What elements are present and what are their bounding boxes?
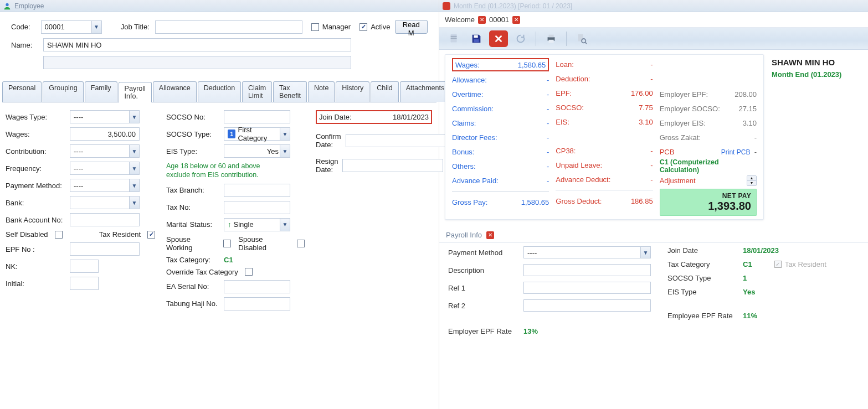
tax-branch-input[interactable] [224, 184, 290, 197]
tab-history[interactable]: History [336, 81, 369, 102]
spouse-working-checkbox[interactable] [223, 240, 231, 247]
nk-input[interactable] [70, 260, 99, 273]
director-fees-label: Director Fees: [452, 133, 497, 142]
save-button[interactable] [467, 30, 486, 47]
chevron-down-icon[interactable]: ▼ [129, 162, 139, 174]
c1-calc-note: C1 (Computerized Calculation) [660, 158, 757, 174]
chevron-down-icon[interactable]: ▼ [280, 219, 290, 231]
wages-type-label: Wages Type: [6, 113, 68, 121]
tax-branch-label: Tax Branch: [166, 186, 222, 194]
tab-allowance[interactable]: Allowance [153, 81, 197, 102]
manager-checkbox[interactable]: Manager [311, 23, 351, 31]
jobtitle-input[interactable] [155, 20, 302, 34]
tax-resident-checkbox[interactable]: ✓ [147, 231, 155, 239]
gross-deduct-value: 186.85 [631, 197, 653, 205]
override-tax-cat-checkbox[interactable] [245, 268, 253, 276]
tab-deduction[interactable]: Deduction [198, 81, 241, 102]
print-pcb-link[interactable]: Print PCB [721, 148, 751, 156]
eis-type-label: EIS Type: [166, 147, 222, 156]
new-record-button[interactable] [445, 30, 464, 47]
chevron-down-icon[interactable]: ▼ [91, 21, 101, 33]
tab-personal[interactable]: Personal [2, 81, 42, 102]
employer-socso-label: Employer SOCSO: [660, 105, 720, 113]
name-input[interactable] [43, 38, 351, 51]
chevron-down-icon[interactable]: ▼ [129, 179, 139, 191]
close-icon[interactable]: ✕ [512, 16, 520, 24]
tabung-label: Tabung Haji No. [166, 299, 222, 308]
svg-rect-7 [578, 34, 583, 41]
join-date-highlight: Join Date: 18/01/2023 [316, 110, 432, 124]
month-end-label: Month End (01.2023) [772, 70, 860, 79]
self-disabled-checkbox[interactable] [55, 231, 63, 239]
gross-pay-value: 1,580.65 [521, 198, 549, 206]
eis-note: Age 18 below or 60 and above exclude fro… [166, 162, 283, 180]
net-pay-box: NET PAY 1,393.80 [660, 189, 757, 216]
chevron-down-icon[interactable]: ▼ [280, 145, 290, 157]
tab-note[interactable]: Note [308, 81, 335, 102]
join-date-value[interactable]: 18/01/2023 [373, 113, 429, 121]
employee-name: SHAWN MIN HO [772, 58, 860, 67]
pi-ref1-input[interactable] [523, 282, 651, 294]
tab-payroll-info[interactable]: Payroll Info. [119, 82, 152, 102]
chevron-down-icon[interactable]: ▼ [129, 111, 139, 123]
print-button[interactable] [542, 30, 561, 47]
tab-tax-benefit[interactable]: Tax Benefit [273, 81, 307, 102]
pi-payment-method-combo[interactable] [523, 246, 651, 258]
adjustment-spinner[interactable]: ▲▼ [747, 175, 757, 186]
resign-date-input[interactable] [342, 159, 443, 172]
toolbar [439, 28, 868, 50]
gross-deduct-label: Gross Deduct: [556, 197, 602, 205]
deduction-label: Deduction: [556, 75, 590, 83]
right-tabs: Welcome✕ 00001✕ [439, 12, 868, 28]
search-doc-button[interactable] [572, 30, 591, 47]
pi-description-input[interactable] [523, 264, 651, 276]
bank-acct-input[interactable] [70, 213, 140, 226]
initial-input[interactable] [70, 277, 99, 290]
tax-no-input[interactable] [224, 201, 290, 214]
tab-family[interactable]: Family [85, 81, 117, 102]
tab-welcome[interactable]: Welcome✕ [445, 15, 486, 24]
refresh-button[interactable] [511, 30, 530, 47]
tab-employee-code[interactable]: 00001✕ [489, 15, 520, 24]
ea-serial-input[interactable] [224, 280, 290, 293]
bank-label: Bank: [6, 199, 68, 207]
pi-tax-category-value: C1 [743, 260, 752, 268]
active-checkbox[interactable]: ✓Active [359, 23, 390, 31]
name-input-2[interactable] [43, 56, 351, 69]
chevron-down-icon[interactable]: ▼ [640, 247, 650, 258]
wages-label: Wages: [6, 130, 68, 138]
chevron-down-icon[interactable]: ▼ [129, 145, 139, 157]
pi-join-date-label: Join Date [667, 246, 737, 255]
pi-tax-resident-checkbox: ✓Tax Resident [774, 260, 826, 268]
tab-claim-limit[interactable]: Claim Limit [242, 81, 272, 102]
paycard: Wages:1,580.65 Allowance:- Overtime:- Co… [445, 54, 764, 220]
wages-input[interactable] [70, 127, 140, 141]
close-icon[interactable]: ✕ [486, 231, 494, 239]
pi-description-label: Description [448, 266, 518, 275]
pi-employer-epf-rate-label: Employer EPF Rate [448, 327, 518, 335]
delete-button[interactable] [489, 30, 508, 47]
tax-category-value: C1 [224, 256, 233, 264]
pi-eis-type-value: Yes [743, 288, 755, 296]
epf-no-input[interactable] [70, 242, 140, 256]
pi-ref2-input[interactable] [523, 299, 651, 312]
self-disabled-label: Self Disabled [6, 230, 48, 239]
chevron-down-icon[interactable]: ▼ [129, 196, 139, 209]
pi-ref2-label: Ref 2 [448, 302, 518, 310]
tab-grouping[interactable]: Grouping [43, 81, 83, 102]
read-mykad-button[interactable]: Read M [395, 20, 428, 34]
close-icon[interactable]: ✕ [478, 16, 486, 24]
socso-no-input[interactable] [224, 110, 290, 123]
tabung-input[interactable] [224, 297, 290, 310]
pi-payment-method-label: Payment Method [448, 248, 518, 257]
spouse-disabled-label: Spouse Disabled [238, 235, 290, 252]
tab-child[interactable]: Child [371, 81, 399, 102]
advance-paid-label: Advance Paid: [452, 177, 499, 185]
initial-label: Initial: [6, 279, 68, 288]
chevron-down-icon[interactable]: ▼ [280, 128, 290, 140]
eis-value: 3.10 [639, 118, 653, 126]
confirm-date-input[interactable] [346, 134, 446, 147]
spouse-disabled-checkbox[interactable] [297, 240, 305, 247]
confirm-date-label: Confirm Date: [316, 132, 341, 149]
payment-method-label: Payment Method: [6, 182, 68, 190]
